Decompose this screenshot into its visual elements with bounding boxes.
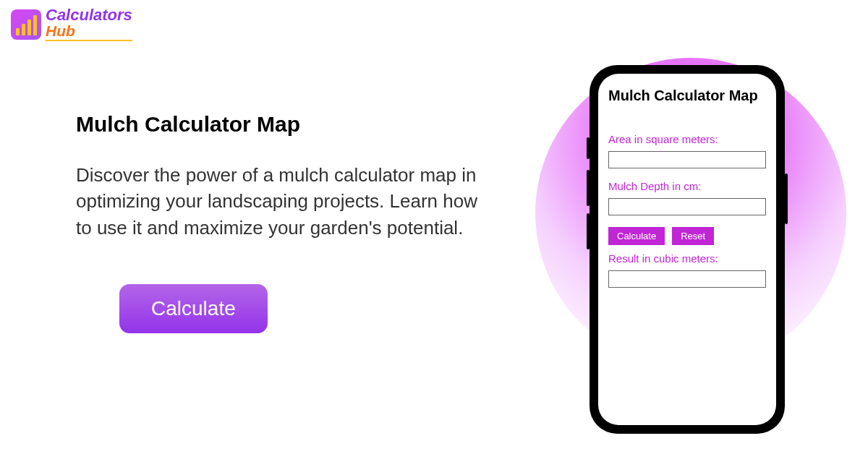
hero-content: Mulch Calculator Map Discover the power … <box>76 112 481 333</box>
area-label: Area in square meters: <box>608 133 766 145</box>
phone-app-title: Mulch Calculator Map <box>608 87 766 104</box>
page-description: Discover the power of a mulch calculator… <box>76 162 481 241</box>
phone-side-button-icon <box>587 213 590 249</box>
result-label: Result in cubic meters: <box>608 252 766 265</box>
phone-side-button-icon <box>587 170 590 206</box>
calculate-cta-button[interactable]: Calculate <box>119 284 268 333</box>
phone-calculate-button[interactable]: Calculate <box>608 227 665 245</box>
depth-label: Mulch Depth in cm: <box>608 180 766 192</box>
result-output <box>608 270 766 288</box>
phone-screen: Mulch Calculator Map Area in square mete… <box>598 74 776 425</box>
phone-mockup: Mulch Calculator Map Area in square mete… <box>590 65 785 434</box>
depth-input[interactable] <box>608 198 766 215</box>
logo-text-bottom: Hub <box>46 23 132 41</box>
page-title: Mulch Calculator Map <box>76 112 481 137</box>
phone-side-button-icon <box>587 137 590 159</box>
phone-side-button-icon <box>785 174 788 224</box>
button-row: Calculate Reset <box>608 227 766 245</box>
phone-reset-button[interactable]: Reset <box>672 227 714 245</box>
logo-text-top: Calculators <box>46 7 132 23</box>
calculator-bars-icon <box>11 9 41 40</box>
logo-text: Calculators Hub <box>46 7 132 41</box>
brand-logo[interactable]: Calculators Hub <box>11 7 132 41</box>
area-input[interactable] <box>608 151 766 168</box>
